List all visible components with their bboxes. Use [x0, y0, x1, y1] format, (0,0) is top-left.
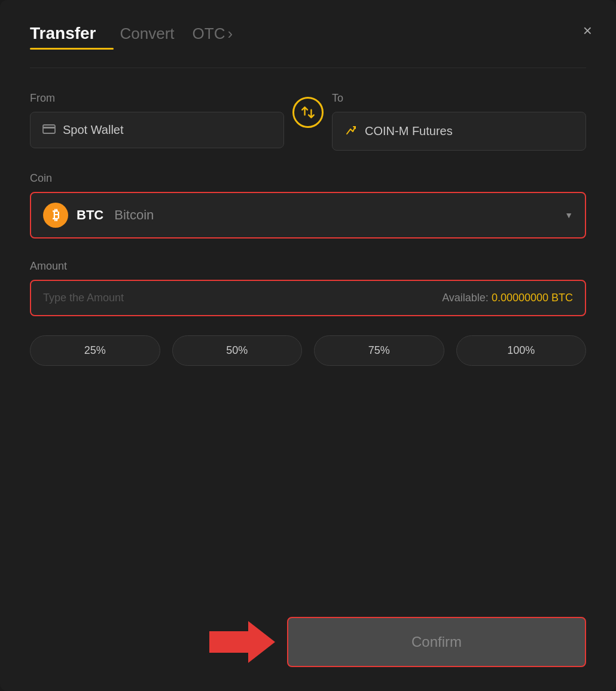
svg-marker-2: [209, 621, 275, 663]
chevron-down-icon: ▼: [565, 210, 573, 220]
from-label: From: [30, 92, 284, 105]
bottom-section: Confirm: [30, 617, 586, 667]
to-label: To: [332, 92, 586, 105]
amount-placeholder: Type the Amount: [43, 292, 124, 304]
percent-50-button[interactable]: 50%: [172, 335, 303, 366]
coin-symbol: BTC: [77, 207, 103, 223]
wallet-icon: [42, 123, 56, 137]
from-column: From Spot Wallet: [30, 92, 284, 148]
available-value: 0.00000000 BTC: [492, 292, 573, 304]
amount-input-box[interactable]: Type the Amount Available: 0.00000000 BT…: [30, 280, 586, 316]
modal-header: Transfer Convert OTC › ×: [30, 24, 586, 43]
tab-convert[interactable]: Convert: [120, 25, 175, 43]
percent-75-button[interactable]: 75%: [314, 335, 444, 366]
tab-otc[interactable]: OTC ›: [193, 25, 233, 43]
swap-column: [284, 92, 332, 128]
svg-rect-1: [43, 127, 55, 129]
to-wallet-box[interactable]: COIN-M Futures: [332, 112, 586, 151]
transfer-modal: Transfer Convert OTC › × From: [0, 0, 616, 691]
svg-rect-0: [43, 125, 55, 133]
coin-label: Coin: [30, 172, 586, 185]
coin-section: Coin ₿ BTC Bitcoin ▼: [30, 172, 586, 239]
coin-selector[interactable]: ₿ BTC Bitcoin ▼: [30, 192, 586, 239]
active-tab-underline: [30, 48, 114, 50]
tab-transfer[interactable]: Transfer: [30, 24, 96, 43]
from-wallet-box[interactable]: Spot Wallet: [30, 112, 284, 148]
percent-100-button[interactable]: 100%: [456, 335, 587, 366]
to-wallet-name: COIN-M Futures: [365, 124, 453, 138]
header-divider: [30, 68, 586, 68]
from-to-section: From Spot Wallet: [30, 92, 586, 151]
close-button[interactable]: ×: [583, 23, 592, 38]
arrow-right-icon: [209, 618, 275, 666]
btc-icon: ₿: [43, 203, 68, 228]
from-wallet-name: Spot Wallet: [63, 123, 124, 137]
percent-row: 25% 50% 75% 100%: [30, 335, 586, 366]
available-text: Available: 0.00000000 BTC: [442, 292, 573, 304]
amount-section: Amount Type the Amount Available: 0.0000…: [30, 260, 586, 316]
arrow-indicator: [209, 618, 275, 666]
percent-25-button[interactable]: 25%: [30, 335, 160, 366]
confirm-button[interactable]: Confirm: [287, 617, 586, 667]
to-column: To COIN-M Futures: [332, 92, 586, 151]
futures-icon: [344, 123, 358, 139]
amount-label: Amount: [30, 260, 586, 273]
swap-button[interactable]: [292, 97, 324, 128]
coin-fullname: Bitcoin: [114, 207, 154, 223]
